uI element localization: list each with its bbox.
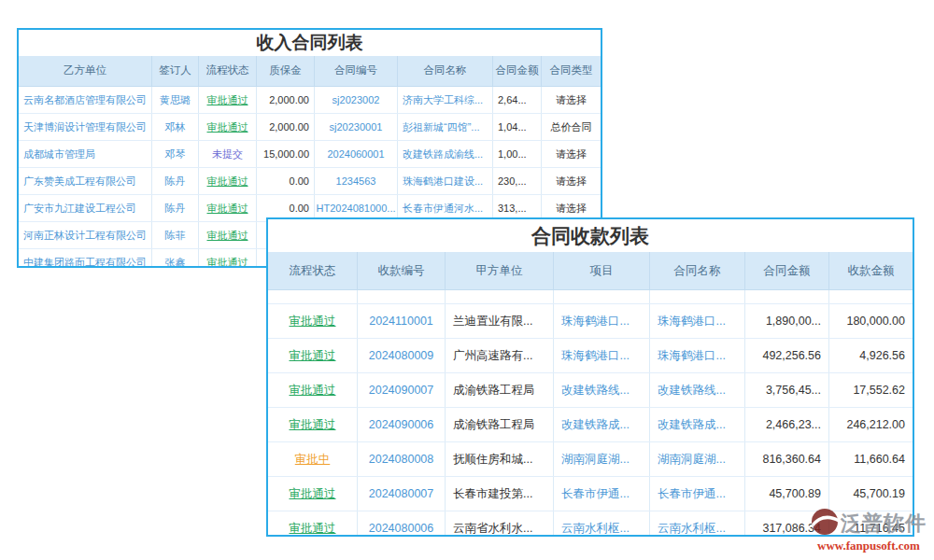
status-link[interactable]: 审批通过 — [290, 486, 336, 502]
party-b-unit-cell[interactable]: 河南正林设计工程有限公司 — [19, 222, 152, 248]
contract-name-cell[interactable]: 珠海鹤港口... — [650, 304, 745, 338]
signatory-cell[interactable]: 邓林 — [152, 114, 199, 140]
party-a-unit-column-header: 甲方单位 — [446, 252, 554, 289]
signatory-cell[interactable]: 张鑫 — [152, 249, 199, 268]
status-link[interactable]: 审批通过 — [290, 521, 336, 537]
project-cell[interactable]: 珠海鹤港口... — [554, 304, 650, 338]
receipt-amount-cell: 11,660.64 — [829, 442, 913, 476]
contract-name-cell[interactable]: 改建铁路成... — [650, 408, 745, 441]
status-link[interactable]: 审批中 — [295, 452, 331, 468]
process-status-cell: 审批中 — [268, 442, 358, 476]
quality-deposit-cell: 15,000.00 — [257, 141, 315, 167]
party-a-unit-cell: 兰迪置业有限... — [446, 304, 554, 338]
empty-cell — [829, 290, 913, 303]
contract-name-cell[interactable]: 改建铁路线... — [650, 373, 745, 407]
table-row: 审批通过2024110001兰迪置业有限...珠海鹤港口...珠海鹤港口...1… — [268, 304, 913, 339]
contract-no-cell[interactable]: 2024060001 — [315, 141, 398, 167]
contract-type-cell[interactable]: 请选择 — [542, 168, 601, 194]
process-status-cell: 审批通过 — [268, 408, 358, 441]
contract-no-cell[interactable]: sj20230001 — [315, 114, 398, 140]
status-link[interactable]: 审批通过 — [290, 348, 336, 364]
party-b-unit-cell[interactable]: 成都城市管理局 — [19, 141, 152, 167]
party-b-unit-cell[interactable]: 广安市九江建设工程公司 — [19, 195, 152, 221]
contract-name-cell[interactable]: 彭祖新城“四馆”... — [398, 114, 493, 140]
process-status-cell: 未提交 — [199, 141, 257, 167]
receipt-no-cell[interactable]: 2024090006 — [358, 408, 446, 441]
party-b-unit-cell[interactable]: 云南名都酒店管理有限公司 — [19, 87, 152, 113]
signatory-cell[interactable]: 邓琴 — [152, 141, 199, 167]
contract-name-cell[interactable]: 云南水利枢... — [650, 511, 745, 537]
contract-name-cell[interactable]: 长春市伊通... — [650, 477, 745, 511]
receipt-amount-cell: 45,700.19 — [829, 477, 913, 511]
signatory-cell[interactable]: 黄思璐 — [152, 87, 199, 113]
quality-deposit-cell: 0.00 — [257, 168, 315, 194]
party-a-unit-cell: 成渝铁路工程局 — [446, 373, 554, 407]
status-link[interactable]: 审批通过 — [207, 229, 248, 243]
receipt-amount-cell: 17,552.62 — [829, 373, 913, 407]
party-b-unit-cell[interactable]: 天津博润设计管理有限公司 — [19, 114, 152, 140]
party-a-unit-cell: 抚顺住房和城... — [446, 442, 554, 476]
signatory-cell[interactable]: 陈丹 — [152, 195, 199, 221]
contract-name-cell[interactable]: 珠海鹤港口建设... — [398, 168, 493, 194]
contract-name-cell[interactable]: 改建铁路成渝线... — [398, 141, 493, 167]
receipt-no-cell[interactable]: 2024110001 — [358, 304, 446, 338]
contract-no-cell[interactable]: sj2023002 — [315, 87, 398, 113]
process-status-cell: 审批通过 — [199, 168, 257, 194]
process-status-cell: 审批通过 — [199, 222, 257, 248]
status-link[interactable]: 审批通过 — [207, 93, 248, 107]
table-row: 审批通过2024090007成渝铁路工程局改建铁路线...改建铁路线...3,7… — [268, 373, 913, 408]
receipt-no-cell[interactable]: 2024080006 — [358, 511, 446, 537]
status-link[interactable]: 审批通过 — [290, 417, 336, 433]
table-row: 广东赞美成工程有限公司陈丹审批通过0.001234563珠海鹤港口建设...23… — [19, 168, 601, 195]
receipt-no-cell[interactable]: 2024080007 — [358, 477, 446, 511]
table-row: 审批通过2024080009广州高速路有...珠海鹤港口...珠海鹤港口...4… — [268, 339, 913, 373]
contract-type-cell[interactable]: 请选择 — [542, 87, 601, 113]
project-cell[interactable]: 改建铁路成... — [554, 408, 650, 441]
receipt-no-cell[interactable]: 2024080008 — [358, 442, 446, 476]
status-link[interactable]: 审批通过 — [290, 383, 336, 399]
party-a-unit-cell: 长春市建投第... — [446, 477, 554, 511]
status-link[interactable]: 审批通过 — [207, 120, 248, 134]
quality-deposit-cell: 2,000.00 — [257, 87, 315, 113]
contract-name-cell[interactable]: 湖南洞庭湖... — [650, 442, 745, 476]
contract-amount-cell: 492,256.56 — [745, 339, 829, 372]
project-cell[interactable]: 云南水利枢... — [554, 511, 650, 537]
receipt-no-cell[interactable]: 2024090007 — [358, 373, 446, 407]
contract-name-column-header: 合同名称 — [398, 56, 493, 86]
table-header-row: 流程状态收款编号甲方单位项目合同名称合同金额收款金额 — [268, 252, 913, 290]
empty-cell — [554, 290, 650, 303]
project-cell[interactable]: 长春市伊通... — [554, 477, 650, 511]
party-b-unit-cell[interactable]: 广东赞美成工程有限公司 — [19, 168, 152, 194]
watermark: 泛普软件 www.fanpusoft.com — [800, 508, 934, 553]
watermark-url: www.fanpusoft.com — [800, 539, 934, 553]
table-row — [268, 290, 913, 304]
contract-type-cell[interactable]: 请选择 — [542, 141, 601, 167]
empty-cell — [745, 290, 829, 303]
status-link[interactable]: 审批通过 — [207, 202, 248, 216]
contract-receipt-list-window: 合同收款列表 流程状态收款编号甲方单位项目合同名称合同金额收款金额 审批通过20… — [266, 217, 914, 537]
watermark-brand-text: 泛普软件 — [841, 510, 927, 538]
process-status-cell: 审批通过 — [199, 87, 257, 113]
party-b-unit-cell[interactable]: 中建集团路面工程有限公司 — [19, 249, 152, 268]
contract-type-cell[interactable]: 总价合同 — [542, 114, 601, 140]
project-cell[interactable]: 湖南洞庭湖... — [554, 442, 650, 476]
quality-deposit-column-header: 质保金 — [257, 56, 315, 86]
window-title: 合同收款列表 — [268, 219, 913, 252]
empty-cell — [650, 290, 745, 303]
status-link[interactable]: 审批通过 — [207, 256, 248, 269]
contract-amount-cell: 1,890,00... — [745, 304, 829, 338]
receipt-no-cell[interactable]: 2024080009 — [358, 339, 446, 372]
contract-amount-column-header: 合同金额 — [745, 252, 829, 289]
empty-cell — [268, 290, 358, 303]
contract-no-cell[interactable]: 1234563 — [315, 168, 398, 194]
status-link[interactable]: 审批通过 — [290, 314, 336, 329]
status-link[interactable]: 审批通过 — [207, 175, 248, 189]
project-cell[interactable]: 改建铁路线... — [554, 373, 650, 407]
contract-name-cell[interactable]: 珠海鹤港口... — [650, 339, 745, 372]
contract-name-cell[interactable]: 济南大学工科综... — [398, 87, 493, 113]
party-a-unit-cell: 广州高速路有... — [446, 339, 554, 372]
project-cell[interactable]: 珠海鹤港口... — [554, 339, 650, 372]
signatory-cell[interactable]: 陈菲 — [152, 222, 199, 248]
status-link[interactable]: 未提交 — [212, 147, 243, 161]
signatory-cell[interactable]: 陈丹 — [152, 168, 199, 194]
